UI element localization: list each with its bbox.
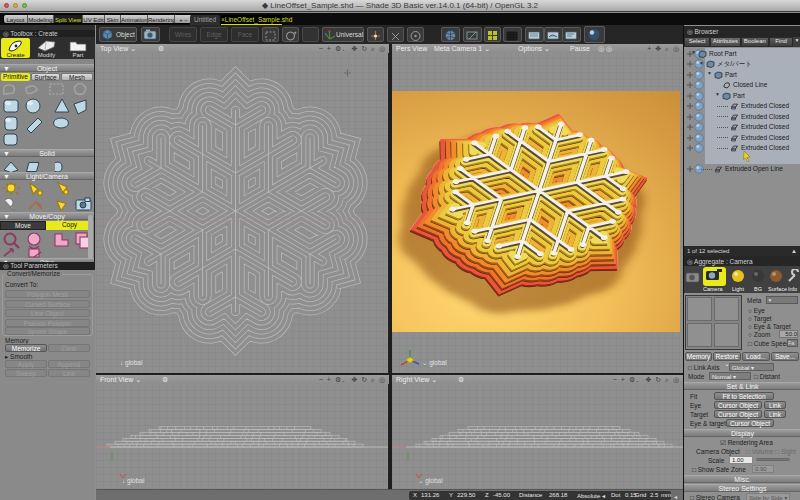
browser-tabs[interactable]: Select Attributes Boolean Find ▼ [684, 37, 800, 47]
tab-active[interactable]: ×LineOffset_Sample.shd [221, 15, 282, 25]
solid-icons [0, 159, 95, 171]
toolbar[interactable]: Object Wires Edge Face Universal [96, 25, 683, 44]
create-row: Create Modify Part [0, 37, 95, 59]
menubar[interactable]: Layout Modeling Split View UV Edit Skin … [0, 13, 800, 25]
move-icons [0, 231, 95, 258]
titlebar: ◆ LineOffset_Sample.shd — Shade 3D Basic… [0, 0, 800, 12]
persview: Pers ViewMeta Camera 1 ⌄ Options ⌄Pause … [392, 44, 683, 374]
tab-untitled[interactable]: Untitled [190, 15, 220, 25]
rightview: Right View ⌄⚙ − + ⚙․ ✥ ↻ ⌕ ◎ ⌄ global [392, 375, 683, 489]
tool-params: ◎ Tool Parameters Convert/Memorize Conve… [0, 262, 95, 500]
browser-tree: ▼ Root Part ▼ メタ/パート ▼ Part Closed Line … [684, 48, 800, 246]
statusbar: X131.26 Y229.50 Z-45.00 Distance268.18 A… [96, 489, 683, 500]
topview: Top View ⌄⚙ − + ⚙․ ✥ ↻ ⌕ ◎ ↓ global [96, 44, 389, 374]
frontview: Front View ⌄⚙ − + ⚙․ ✥ ↻ ⌕ ◎ ↓ global [96, 375, 389, 489]
right-panel: ◎ Browser Select Attributes Boolean Find… [683, 25, 800, 500]
prim-icons [0, 82, 95, 148]
toolbox: ◎ Toolbox : Create Create Modify Part ▼O… [0, 25, 95, 500]
camera-panel: Camera Light BG Surface Info Meta ▾ ○ Ey… [684, 266, 800, 500]
light-icons [0, 181, 95, 211]
